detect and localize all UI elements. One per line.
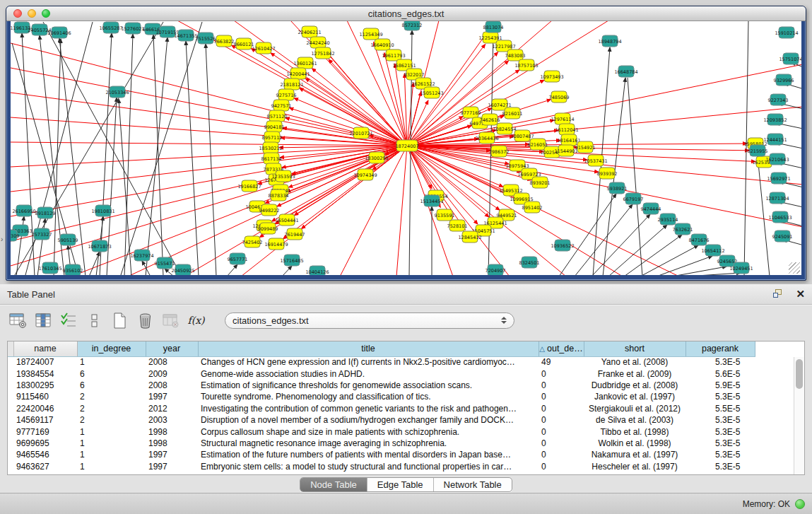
table-row[interactable]: 946362711997Embryonic stem cells: a mode… — [8, 461, 755, 472]
graph-node-label: 10824554 — [493, 127, 516, 132]
graph-node-label: 16914479 — [264, 242, 288, 247]
cell-short: de Silva et al. (2003) — [584, 414, 686, 426]
memory-ok-indicator[interactable] — [795, 499, 805, 509]
column-header-out_de[interactable]: △out_de… — [539, 341, 584, 356]
cell-title: Investigating the contribution of common… — [198, 403, 539, 414]
table-tabbar: Node Table Edge Table Network Table — [0, 477, 812, 493]
graph-node-label: 10974349 — [353, 173, 377, 178]
graph-node-label: 9275716 — [276, 93, 297, 98]
network-window: citations_edges.txt 18724007766382286601… — [6, 6, 806, 281]
cell-name: 18300295 — [13, 380, 77, 391]
network-table-select[interactable]: citations_edges.txt — [225, 313, 514, 329]
table-scrollbar-thumb[interactable] — [796, 359, 803, 389]
graph-node-label: 12353593 — [271, 174, 295, 180]
graph-node-label: 22010721 — [349, 131, 372, 136]
network-canvas[interactable]: 1872400776638228660121126104272240621124… — [11, 21, 801, 275]
table-settings-icon[interactable] — [8, 311, 28, 330]
graph-node-label: 12610427 — [252, 46, 275, 52]
column-header-in_degree[interactable]: in_degree — [77, 341, 146, 356]
cell-title: Structural magnetic resonance image aver… — [198, 438, 539, 449]
graph-node-label: 8617134 — [261, 156, 282, 162]
table-row[interactable]: 1872400712008Changes of HCN gene express… — [8, 356, 755, 368]
new-file-icon[interactable] — [110, 311, 129, 330]
canvas-resize-grip[interactable] — [789, 262, 800, 274]
column-header-year[interactable]: year — [146, 341, 198, 356]
cell-pagerank: 5.3E-5 — [686, 449, 755, 460]
table-row[interactable]: 911546021997Tourette syndrome. Phenomeno… — [8, 391, 755, 402]
graph-node-label: 9657771 — [228, 257, 248, 262]
cell-short: Nakamura et al. (1997) — [584, 449, 686, 460]
function-icon[interactable]: f(x) — [187, 311, 206, 330]
table-row[interactable]: 1938455462009Genome-wide association stu… — [8, 368, 755, 379]
cell-pagerank: 5.6E-5 — [686, 368, 755, 379]
cell-title: Genome-wide association studies in ADHD. — [198, 368, 539, 379]
cell-year: 2012 — [146, 403, 198, 414]
cell-in_degree: 1 — [77, 356, 146, 368]
cell-out_de: 49 — [539, 356, 584, 368]
graph-node-label: 16237974 — [130, 253, 153, 259]
graph-node-label: 7528101 — [447, 223, 468, 229]
tab-node-table[interactable]: Node Table — [300, 478, 367, 491]
graph-node-label: 8660121 — [234, 42, 254, 47]
row-gutter-cell — [8, 368, 13, 379]
cell-out_de: 0 — [539, 449, 584, 460]
cell-out_de: 0 — [539, 438, 584, 449]
panel-collapse-arrow[interactable]: › — [1, 235, 3, 243]
table-scrollbar[interactable] — [794, 357, 804, 474]
graph-node-label: 15692971 — [767, 176, 790, 182]
table-row[interactable]: 946554611997Estimation of the future num… — [8, 449, 755, 460]
table-row[interactable]: 969969511998Structural magnetic resonanc… — [8, 438, 755, 449]
graph-node-label: 11254349 — [359, 32, 382, 37]
graph-node-label: 7573327 — [32, 232, 52, 238]
column-header-short[interactable]: short — [584, 341, 686, 356]
graph-node-label: 10654112 — [701, 248, 724, 254]
cell-pagerank: 5.3E-5 — [686, 391, 755, 402]
graph-node-label: 7485069 — [549, 95, 570, 100]
table-row[interactable]: 1456911722003Disruption of a novel membe… — [8, 414, 755, 426]
graph-node-label: 16210643 — [765, 157, 789, 163]
cell-out_de: 0 — [539, 391, 584, 402]
close-panel-icon[interactable]: ✕ — [796, 289, 805, 299]
float-panel-icon[interactable] — [773, 289, 784, 299]
graph-node-label: 7425402 — [242, 240, 263, 245]
graph-node-label: 10936522 — [551, 243, 574, 249]
graph-node-label: 8939392 — [597, 171, 618, 177]
cell-year: 2009 — [146, 368, 198, 379]
row-gutter-cell — [8, 461, 13, 472]
tab-network-table[interactable]: Network Table — [434, 478, 512, 491]
row-height-icon[interactable] — [85, 311, 104, 330]
graph-node-label: 24424240 — [306, 40, 329, 46]
graph-node-label: 16640910 — [370, 42, 394, 48]
graph-node-label: 8813074 — [483, 25, 504, 30]
cell-year: 1997 — [146, 449, 198, 460]
graph-node-label: 20364436 — [475, 136, 498, 141]
cell-in_degree: 1 — [77, 449, 146, 460]
graph-node-label: 9155471 — [155, 261, 175, 267]
graph-node-label: 7462616 — [480, 117, 500, 123]
cell-pagerank: 5.3E-5 — [686, 426, 755, 437]
column-visibility-icon[interactable] — [34, 311, 53, 330]
graph-node-label: 26166950 — [12, 209, 35, 214]
table-row[interactable]: 1830029562008Estimation of significance … — [8, 380, 755, 391]
graph-node-label: 7483083 — [505, 53, 526, 59]
graph-node-label: 21818121 — [280, 82, 303, 88]
column-header-title[interactable]: title — [198, 341, 539, 356]
graph-node-label: 5938921 — [607, 186, 628, 192]
graph-node-label: 12871304 — [765, 196, 789, 201]
graph-node-label: 15751074 — [779, 57, 801, 62]
window-titlebar[interactable]: citations_edges.txt — [6, 6, 806, 21]
table-row[interactable]: 2242004622012Investigating the contribut… — [8, 403, 755, 414]
row-gutter-cell — [8, 449, 13, 460]
select-rows-icon[interactable] — [59, 311, 78, 330]
cell-short: Yano et al. (2008) — [584, 356, 686, 368]
graph-node-label: 5905139 — [58, 238, 78, 243]
graph-node-label: 16261522 — [411, 81, 435, 87]
column-header-pagerank[interactable]: pagerank — [686, 341, 755, 356]
cell-pagerank: 5.3E-5 — [686, 461, 755, 472]
table-row[interactable]: 977716911998Corpus callosum shape and si… — [8, 426, 755, 437]
tab-edge-table[interactable]: Edge Table — [367, 478, 434, 491]
column-header-name[interactable]: name — [13, 341, 77, 356]
delete-icon[interactable] — [136, 311, 155, 330]
graph-node-label: 16074271 — [488, 103, 511, 108]
graph-node-label: 19611793 — [382, 53, 405, 59]
